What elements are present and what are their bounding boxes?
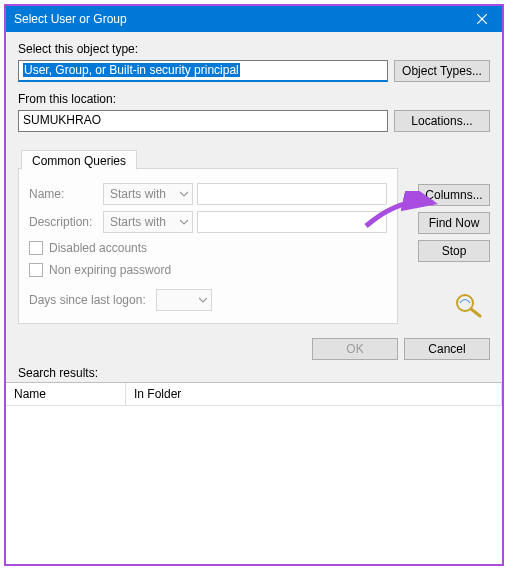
chevron-down-icon bbox=[180, 218, 188, 226]
location-label: From this location: bbox=[18, 92, 490, 106]
object-type-field[interactable]: User, Group, or Built-in security princi… bbox=[18, 60, 388, 82]
search-results-label: Search results: bbox=[6, 364, 502, 382]
chevron-down-icon bbox=[180, 190, 188, 198]
col-in-folder[interactable]: In Folder bbox=[126, 383, 502, 405]
results-list: Name In Folder bbox=[6, 382, 502, 564]
object-type-value: User, Group, or Built-in security princi… bbox=[23, 63, 240, 77]
locations-button[interactable]: Locations... bbox=[394, 110, 490, 132]
desc-mode-value: Starts with bbox=[110, 215, 166, 229]
col-name[interactable]: Name bbox=[6, 383, 126, 405]
name-mode-combo[interactable]: Starts with bbox=[103, 183, 193, 205]
disabled-accounts-label: Disabled accounts bbox=[49, 241, 147, 255]
stop-button[interactable]: Stop bbox=[418, 240, 490, 262]
titlebar: Select User or Group bbox=[6, 6, 502, 32]
desc-mode-combo[interactable]: Starts with bbox=[103, 211, 193, 233]
common-queries-panel: Common Queries Name: Starts with Descrip… bbox=[18, 168, 398, 324]
days-logon-combo[interactable] bbox=[156, 289, 212, 311]
close-icon bbox=[477, 14, 487, 24]
search-icon bbox=[454, 292, 484, 321]
cancel-button[interactable]: Cancel bbox=[404, 338, 490, 360]
object-types-button[interactable]: Object Types... bbox=[394, 60, 490, 82]
desc-input[interactable] bbox=[197, 211, 387, 233]
tab-common-queries[interactable]: Common Queries bbox=[21, 150, 137, 170]
object-type-label: Select this object type: bbox=[18, 42, 490, 56]
desc-label: Description: bbox=[29, 215, 99, 229]
window-title: Select User or Group bbox=[14, 12, 127, 26]
chevron-down-icon bbox=[199, 296, 207, 304]
name-label: Name: bbox=[29, 187, 99, 201]
disabled-accounts-checkbox[interactable] bbox=[29, 241, 43, 255]
close-button[interactable] bbox=[462, 6, 502, 32]
days-logon-label: Days since last logon: bbox=[29, 293, 146, 307]
results-header: Name In Folder bbox=[6, 383, 502, 406]
location-value: SUMUKHRAO bbox=[23, 113, 101, 127]
results-body[interactable] bbox=[6, 406, 502, 564]
name-mode-value: Starts with bbox=[110, 187, 166, 201]
columns-button[interactable]: Columns... bbox=[418, 184, 490, 206]
find-now-button[interactable]: Find Now bbox=[418, 212, 490, 234]
name-input[interactable] bbox=[197, 183, 387, 205]
non-expiring-checkbox[interactable] bbox=[29, 263, 43, 277]
non-expiring-label: Non expiring password bbox=[49, 263, 171, 277]
location-field[interactable]: SUMUKHRAO bbox=[18, 110, 388, 132]
ok-button[interactable]: OK bbox=[312, 338, 398, 360]
